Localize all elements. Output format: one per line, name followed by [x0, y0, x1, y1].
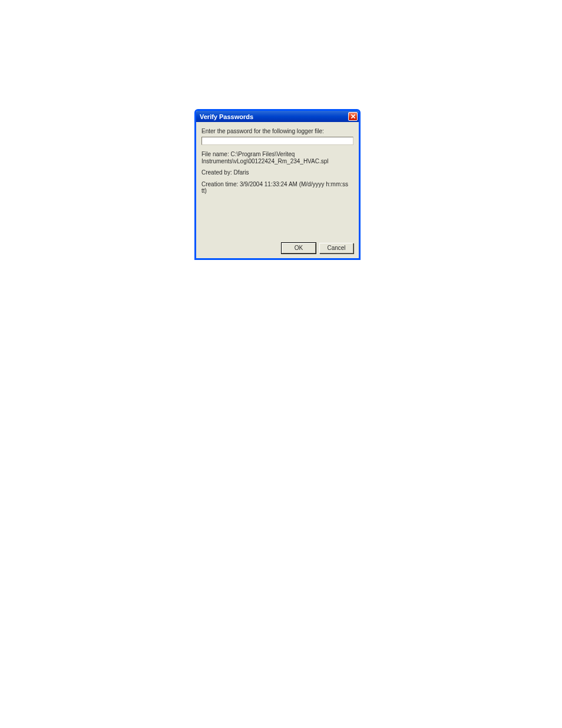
close-button[interactable] — [348, 112, 358, 121]
prompt-label: Enter the password for the following log… — [201, 128, 353, 135]
verify-passwords-dialog: Verify Passwords Enter the password for … — [194, 109, 361, 260]
creation-time-label: Creation time: 3/9/2004 11:33:24 AM (M/d… — [201, 181, 353, 195]
button-row: OK Cancel — [201, 241, 353, 253]
created-by-label: Created by: Dfaris — [201, 169, 353, 176]
ok-button[interactable]: OK — [282, 243, 316, 253]
cancel-button[interactable]: Cancel — [319, 243, 353, 253]
close-icon — [351, 114, 356, 119]
spacer — [201, 199, 353, 241]
dialog-title: Verify Passwords — [200, 113, 253, 120]
password-input[interactable] — [201, 137, 353, 145]
titlebar[interactable]: Verify Passwords — [196, 111, 359, 122]
filename-label: File name: C:\Program Files\Veriteq Inst… — [201, 151, 353, 164]
dialog-body: Enter the password for the following log… — [196, 122, 359, 258]
